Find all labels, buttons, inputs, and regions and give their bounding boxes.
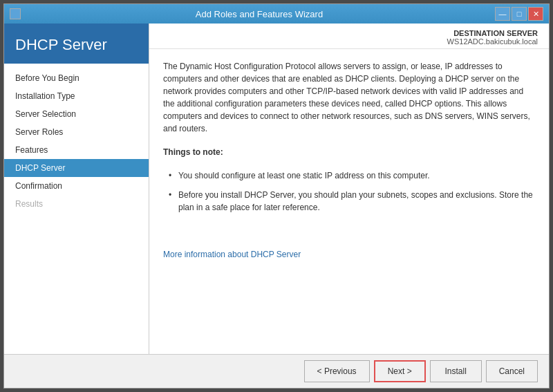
nav-item-installation-type[interactable]: Installation Type xyxy=(4,87,149,105)
minimize-button[interactable]: — xyxy=(495,7,510,21)
description-text: The Dynamic Host Configuration Protocol … xyxy=(163,60,535,135)
things-to-note-label: Things to note: xyxy=(163,146,535,158)
more-info-link[interactable]: More information about DHCP Server xyxy=(163,250,301,259)
main-content: The Dynamic Host Configuration Protocol … xyxy=(149,49,549,354)
left-header: DHCP Server xyxy=(4,24,149,64)
nav-item-dhcp-server[interactable]: DHCP Server xyxy=(4,159,149,177)
window-controls: — □ ✕ xyxy=(495,7,543,21)
nav-list: Before You Begin Installation Type Serve… xyxy=(4,64,149,354)
window-icon xyxy=(10,8,21,19)
title-bar: Add Roles and Features Wizard — □ ✕ xyxy=(4,4,549,24)
cancel-button[interactable]: Cancel xyxy=(486,360,538,382)
maximize-button[interactable]: □ xyxy=(512,7,527,21)
nav-item-confirmation[interactable]: Confirmation xyxy=(4,177,149,195)
right-panel: DESTINATION SERVER WS12ADC.bakicubuk.loc… xyxy=(149,24,549,354)
left-panel: DHCP Server Before You Begin Installatio… xyxy=(4,24,149,354)
footer: < Previous Next > Install Cancel xyxy=(4,354,549,388)
install-button[interactable]: Install xyxy=(430,360,482,382)
destination-label: DESTINATION SERVER xyxy=(453,29,538,37)
main-window: Add Roles and Features Wizard — □ ✕ DHCP… xyxy=(3,3,550,389)
nav-item-before-you-begin[interactable]: Before You Begin xyxy=(4,69,149,87)
nav-item-results: Results xyxy=(4,195,149,213)
destination-value: WS12ADC.bakicubuk.local xyxy=(447,37,538,46)
panel-heading: DHCP Server xyxy=(15,36,138,54)
close-button[interactable]: ✕ xyxy=(528,7,543,21)
next-button[interactable]: Next > xyxy=(374,360,426,382)
nav-item-server-selection[interactable]: Server Selection xyxy=(4,105,149,123)
nav-item-server-roles[interactable]: Server Roles xyxy=(4,123,149,141)
destination-server-info: DESTINATION SERVER WS12ADC.bakicubuk.loc… xyxy=(149,24,549,49)
window-title: Add Roles and Features Wizard xyxy=(24,9,495,19)
previous-button[interactable]: < Previous xyxy=(304,360,370,382)
nav-item-features[interactable]: Features xyxy=(4,141,149,159)
bullet-list: You should configure at least one static… xyxy=(163,169,535,214)
content-area: DHCP Server Before You Begin Installatio… xyxy=(4,24,549,354)
bullet-item-1: You should configure at least one static… xyxy=(169,169,535,182)
bullet-item-2: Before you install DHCP Server, you shou… xyxy=(169,189,535,214)
